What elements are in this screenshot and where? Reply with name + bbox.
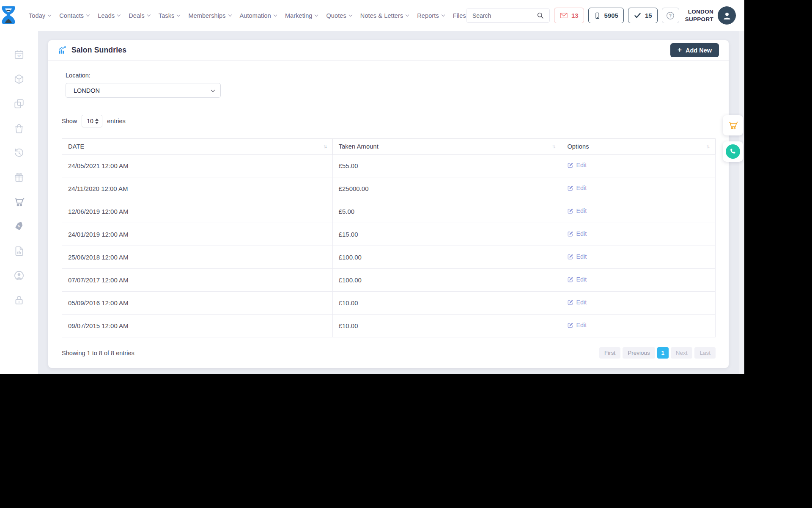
options-cell: Edit: [561, 246, 716, 269]
column-header-amount[interactable]: Taken Amount ↑↓: [332, 139, 561, 155]
pagination-last[interactable]: Last: [694, 347, 716, 359]
user-name: LONDON SUPPORT: [685, 8, 713, 23]
date-cell: 24/05/2021 12:00 AM: [62, 155, 333, 177]
search-button[interactable]: [531, 8, 549, 22]
cube-icon: [14, 74, 25, 85]
pagination-first[interactable]: First: [599, 347, 620, 359]
pagination-next[interactable]: Next: [671, 347, 693, 359]
options-cell: Edit: [561, 155, 716, 177]
edit-link[interactable]: Edit: [567, 185, 587, 191]
nav-item-marketing[interactable]: Marketing: [285, 12, 318, 19]
cart-icon: [728, 120, 738, 130]
plus-icon: +: [678, 46, 682, 54]
nav-item-label: Leads: [98, 12, 115, 19]
pagination-page-1[interactable]: 1: [657, 347, 669, 359]
help-button[interactable]: ?: [662, 8, 679, 23]
edit-link[interactable]: Edit: [567, 322, 587, 329]
edit-icon: [567, 162, 573, 168]
add-new-button[interactable]: + Add New: [670, 43, 719, 57]
edit-icon: [567, 322, 573, 329]
phone-badge[interactable]: 5905: [588, 8, 624, 23]
edit-icon: [567, 185, 573, 191]
phone-float-button[interactable]: [723, 141, 743, 162]
main-nav: Today Contacts Leads Deals Tasks Members…: [29, 12, 466, 19]
column-header-options[interactable]: Options ↑↓: [561, 139, 716, 155]
nav-item-leads[interactable]: Leads: [98, 12, 120, 19]
copy-icon: [14, 98, 25, 109]
app-logo[interactable]: [0, 5, 17, 26]
nav-item-contacts[interactable]: Contacts: [59, 12, 89, 19]
nav-item-files[interactable]: Files: [453, 12, 466, 19]
sidebar-item-reports[interactable]: [13, 245, 25, 257]
history-icon: [14, 147, 25, 158]
search-input[interactable]: [466, 8, 531, 22]
chevron-down-icon: [406, 13, 409, 17]
user-name-line1: LONDON: [685, 8, 713, 16]
edit-icon: [567, 231, 573, 237]
tasks-badge[interactable]: 15: [628, 8, 658, 23]
sidebar-item-gift[interactable]: [13, 171, 25, 183]
sidebar-item-account[interactable]: [13, 270, 25, 282]
date-cell: 24/11/2020 12:00 AM: [62, 177, 333, 200]
spinner-icon: [95, 119, 99, 124]
sort-icon: ↑↓: [552, 144, 555, 149]
scrollbar[interactable]: [739, 31, 744, 374]
pagination-previous[interactable]: Previous: [623, 347, 655, 359]
edit-icon: [567, 208, 573, 214]
chevron-down-icon: [211, 88, 215, 92]
sidebar-item-calendar[interactable]: 12: [13, 49, 25, 61]
entries-summary: Showing 1 to 8 of 8 entries: [62, 350, 134, 356]
edit-link[interactable]: Edit: [567, 253, 587, 260]
left-sidebar: 12 $: [0, 31, 38, 374]
nav-item-label: Deals: [129, 12, 145, 19]
nav-item-reports[interactable]: Reports: [417, 12, 444, 19]
sidebar-item-price-tag[interactable]: $: [13, 221, 25, 232]
table-row: 24/01/2019 12:00 AM £15.00 Edit: [62, 223, 716, 246]
envelope-icon: [560, 11, 568, 20]
person-icon: [721, 10, 732, 21]
nav-item-memberships[interactable]: Memberships: [188, 12, 231, 19]
app-window: Today Contacts Leads Deals Tasks Members…: [0, 0, 744, 374]
sundries-table: DATE ↑↓ Taken Amount ↑↓ Options ↑↓: [62, 138, 716, 337]
card-body: Location: LONDON Show 10 entries: [48, 61, 729, 368]
edit-link[interactable]: Edit: [567, 230, 587, 237]
column-header-date[interactable]: DATE ↑↓: [62, 139, 333, 155]
edit-link[interactable]: Edit: [567, 299, 587, 306]
column-label: DATE: [68, 143, 84, 150]
avatar[interactable]: [718, 6, 736, 25]
sidebar-item-duplicates[interactable]: [13, 98, 25, 110]
amount-cell: £10.00: [332, 315, 561, 337]
page-title: Salon Sundries: [71, 46, 126, 55]
options-cell: Edit: [561, 223, 716, 246]
sidebar-item-history[interactable]: [13, 147, 25, 159]
nav-item-notes-letters[interactable]: Notes & Letters: [360, 12, 409, 19]
cart-float-button[interactable]: [723, 115, 743, 135]
sidebar-item-lock[interactable]: [13, 294, 25, 306]
checkmark-icon: [634, 12, 642, 19]
nav-item-tasks[interactable]: Tasks: [159, 12, 180, 19]
edit-link[interactable]: Edit: [567, 207, 587, 214]
sidebar-item-products[interactable]: [13, 73, 25, 85]
nav-item-label: Files: [453, 12, 466, 19]
chevron-down-icon: [147, 13, 151, 17]
sidebar-item-cart[interactable]: [13, 196, 25, 208]
nav-item-deals[interactable]: Deals: [129, 12, 150, 19]
column-label: Options: [567, 143, 589, 150]
sidebar-item-shopping-bag[interactable]: [13, 122, 25, 134]
chevron-down-icon: [315, 13, 318, 17]
top-navbar: Today Contacts Leads Deals Tasks Members…: [0, 0, 744, 31]
nav-item-today[interactable]: Today: [29, 12, 51, 19]
edit-link[interactable]: Edit: [567, 162, 587, 168]
nav-item-automation[interactable]: Automation: [240, 12, 277, 19]
location-label: Location:: [66, 72, 716, 79]
show-entries-select[interactable]: 10: [82, 115, 102, 127]
pagination: First Previous 1 Next Last: [599, 347, 716, 359]
messages-count: 13: [571, 12, 579, 19]
edit-link[interactable]: Edit: [567, 276, 587, 283]
messages-badge[interactable]: 13: [554, 8, 584, 23]
price-tag-icon: $: [14, 221, 25, 232]
nav-item-quotes[interactable]: Quotes: [326, 12, 351, 19]
shopping-bag-icon: [14, 123, 25, 134]
edit-label: Edit: [576, 299, 587, 306]
location-select[interactable]: LONDON: [66, 83, 221, 98]
